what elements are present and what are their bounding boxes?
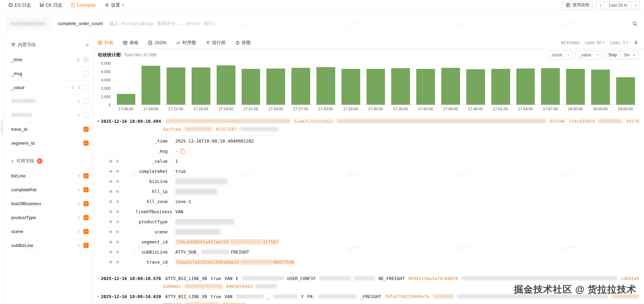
exclude-filter-icon[interactable]: ⊖ [116, 219, 119, 224]
expand-arrow-icon[interactable]: › [96, 294, 101, 299]
bar-column[interactable] [613, 63, 638, 105]
exclude-filter-icon[interactable]: ⊖ [116, 199, 119, 204]
download-button[interactable] [634, 40, 638, 46]
histogram-bar[interactable] [291, 68, 310, 105]
bar-column[interactable] [288, 63, 313, 105]
include-filter-icon[interactable]: ⊕ [109, 209, 112, 214]
bar-column[interactable] [413, 63, 438, 105]
histogram-bar[interactable] [167, 67, 185, 105]
field-row-subbizline[interactable]: subBizLine ≡ ✓ [11, 239, 89, 253]
nav-settings[interactable]: ⚙ 设置 ▾ [100, 0, 129, 10]
log-entry-collapsed[interactable]: › 2025-12-16 18:08:10.576 ATTV_BIZ_LINE_… [96, 274, 644, 282]
exclude-filter-icon[interactable]: ⊖ [116, 189, 119, 194]
field-checkbox[interactable]: ✓ [83, 229, 89, 234]
bar-column[interactable] [313, 63, 338, 105]
histogram-bar[interactable] [441, 68, 460, 105]
aggregation-select[interactable]: count ▾ [548, 50, 573, 59]
field-row-completeret[interactable]: completeRet ≡ ✓ [11, 183, 89, 197]
exclude-filter-icon[interactable]: ⊖ [116, 159, 119, 163]
sort-icon[interactable]: ⇅ [71, 85, 74, 90]
datasource-select[interactable] [6, 17, 52, 30]
histogram-bar[interactable] [192, 67, 210, 105]
copy-icon[interactable] [180, 149, 184, 153]
include-filter-icon[interactable]: ⊕ [109, 219, 112, 224]
field-row-lineofbusiness[interactable]: lineOfBusiness ≡ ✓ [11, 197, 89, 211]
values-list-icon[interactable]: ≡ [78, 113, 80, 118]
field-row-time[interactable]: _time ⇅ ✓ [11, 53, 89, 67]
bar-column[interactable] [163, 63, 188, 105]
tab-timeseries[interactable]: 时序图 [176, 40, 196, 46]
field-row-redacted[interactable]: ≡ ✓ [11, 95, 89, 109]
exclude-filter-icon[interactable]: ⊖ [116, 239, 119, 244]
tab-json[interactable]: JSON [148, 40, 167, 45]
include-filter-icon[interactable]: ⊕ [109, 199, 112, 204]
nav-es-logs[interactable]: ES 日志 [4, 0, 35, 10]
collapse-arrow-icon[interactable]: ▾ [96, 119, 101, 123]
bar-column[interactable] [138, 63, 163, 105]
values-list-icon[interactable]: ≡ [78, 85, 80, 90]
sort-icon[interactable]: ⇅ [77, 57, 80, 62]
field-checkbox[interactable]: ✓ [83, 57, 89, 62]
histogram-bar[interactable] [367, 69, 385, 105]
chart-bars[interactable] [113, 63, 638, 105]
values-list-icon[interactable]: ≡ [78, 229, 80, 234]
bar-column[interactable] [463, 63, 488, 105]
histogram-bar[interactable] [591, 70, 610, 105]
bar-column[interactable] [563, 63, 588, 105]
field-checkbox[interactable]: ✓ [83, 173, 89, 178]
search-icon[interactable] [632, 21, 638, 26]
time-prev-button[interactable]: ‹ [597, 1, 604, 9]
step-select[interactable]: 3m ▾ [621, 51, 638, 59]
values-list-icon[interactable]: ≡ [78, 215, 80, 220]
bar-column[interactable] [438, 63, 463, 105]
values-list-icon[interactable]: ≡ [78, 174, 80, 178]
field-row-redacted[interactable]: ≡ ✓ [11, 109, 89, 122]
values-list-icon[interactable]: ≡ [78, 201, 80, 206]
include-filter-icon[interactable]: ⊕ [109, 229, 112, 234]
nav-exemplar[interactable]: Exemplar [67, 0, 100, 10]
bar-column[interactable] [113, 63, 138, 105]
histogram-bar[interactable] [316, 67, 335, 105]
bar-column[interactable] [338, 63, 363, 105]
expand-arrow-icon[interactable]: › [96, 276, 101, 281]
exclude-filter-icon[interactable]: ⊖ [116, 179, 119, 184]
bar-column[interactable] [588, 63, 613, 105]
bar-column[interactable] [388, 63, 413, 105]
limit-select[interactable]: Limit: 50 ▾ [585, 40, 604, 45]
histogram-bar[interactable] [566, 69, 585, 105]
histogram-bar[interactable] [491, 69, 510, 105]
field-checkbox[interactable]: ✓ [83, 215, 89, 220]
field-row-value[interactable]: _value ⇅ ≡ ✓ [11, 81, 89, 95]
include-filter-icon[interactable]: ⊕ [109, 159, 112, 163]
values-list-icon[interactable]: ≡ [78, 187, 80, 192]
exclude-filter-icon[interactable]: ⊖ [116, 209, 119, 214]
include-filter-icon[interactable]: ⊕ [109, 169, 112, 174]
bar-column[interactable] [263, 63, 288, 105]
field-checkbox[interactable]: ✓ [83, 113, 89, 118]
time-next-button[interactable]: › [632, 1, 639, 9]
histogram-bar[interactable] [217, 65, 235, 105]
bar-column[interactable] [238, 63, 263, 105]
histogram-bar[interactable] [516, 69, 535, 105]
include-filter-icon[interactable]: ⊕ [109, 249, 112, 254]
bar-column[interactable] [513, 63, 538, 105]
field-checkbox[interactable]: ✓ [83, 201, 89, 206]
field-checkbox[interactable]: ✓ [83, 127, 89, 132]
field-checkbox[interactable]: ✓ [83, 243, 89, 248]
histogram-bar[interactable] [142, 66, 160, 105]
field-row-msg[interactable]: _msg ✓ [11, 67, 89, 81]
histogram-bar[interactable] [341, 69, 360, 105]
field-row-scene[interactable]: scene ≡ ✓ [11, 225, 89, 239]
histogram-bar[interactable] [266, 69, 285, 105]
field-checkbox[interactable]: ✓ [83, 99, 89, 104]
include-filter-icon[interactable]: ⊕ [109, 189, 112, 194]
field-checkbox[interactable]: ✓ [83, 187, 89, 192]
tab-table[interactable]: 表格 [123, 40, 138, 46]
nav-ck-logs[interactable]: CK 日志 [35, 0, 67, 10]
histogram-bar[interactable] [466, 69, 485, 105]
dataset-name[interactable]: complete_order_count [58, 21, 103, 26]
include-filter-icon[interactable]: ⊕ [109, 239, 112, 244]
field-checkbox[interactable]: ✓ [83, 141, 89, 146]
log-entry-collapsed[interactable]: › 2025-12-16 18:08:10.620 ATTV_BIZ_LINE_… [96, 292, 644, 301]
field-row-bizline[interactable]: bizLine ≡ ✓ [11, 169, 89, 183]
